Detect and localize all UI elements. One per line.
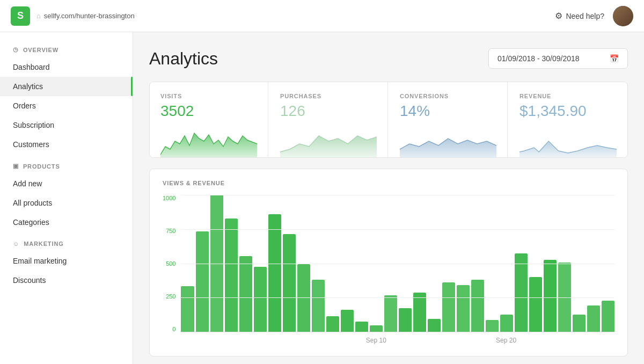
sidebar-section-overview: ◷ OVERVIEW — [0, 38, 133, 57]
main-layout: ◷ OVERVIEW Dashboard Analytics Orders Su… — [0, 32, 644, 364]
avatar[interactable] — [613, 6, 633, 26]
sidebar-item-orders[interactable]: Orders — [0, 96, 133, 115]
bar-0 — [181, 286, 194, 332]
subscription-label: Subscription — [13, 121, 54, 129]
bar-chart-container: 1000 750 500 250 0 Sep 10 Sep 20 — [163, 195, 614, 345]
y-label-250: 250 — [166, 293, 175, 300]
date-range-picker[interactable]: 01/09/2018 - 30/09/2018 📅 — [488, 48, 628, 69]
bar-25 — [544, 260, 557, 332]
stat-card-purchases: PURCHASES 126 — [269, 82, 388, 157]
bar-26 — [558, 263, 571, 332]
visits-label: VISITS — [160, 93, 257, 99]
help-label: Need help? — [566, 12, 604, 20]
home-icon: ⌂ — [36, 12, 41, 20]
sidebar: ◷ OVERVIEW Dashboard Analytics Orders Su… — [0, 32, 133, 364]
bar-14 — [384, 295, 397, 332]
revenue-value: $1,345.90 — [519, 103, 617, 120]
x-label-sep10: Sep 10 — [311, 337, 441, 344]
stat-card-revenue: REVENUE $1,345.90 — [509, 82, 627, 157]
bar-29 — [602, 301, 614, 332]
visits-chart — [160, 125, 257, 157]
bar-15 — [399, 308, 412, 332]
calendar-icon: 📅 — [610, 54, 619, 63]
bar-4 — [239, 256, 252, 332]
purchases-chart — [280, 125, 377, 157]
visits-value: 3502 — [160, 103, 257, 120]
discounts-label: Discounts — [13, 276, 46, 285]
sidebar-item-all-products[interactable]: All products — [0, 193, 133, 213]
main-content: Analytics 01/09/2018 - 30/09/2018 📅 VISI… — [133, 32, 644, 364]
sidebar-section-products: ▣ PRODUCTS — [0, 154, 133, 174]
customers-label: Customers — [13, 140, 49, 149]
bar-18 — [442, 282, 455, 332]
y-label-750: 750 — [166, 228, 175, 234]
categories-label: Categories — [13, 218, 49, 227]
purchases-value: 126 — [280, 103, 377, 120]
products-icon: ▣ — [13, 163, 19, 170]
y-label-0: 0 — [172, 326, 175, 332]
bar-2 — [210, 195, 223, 332]
bar-21 — [486, 320, 499, 332]
bar-9 — [312, 280, 325, 332]
bar-10 — [326, 316, 339, 332]
x-axis-labels: Sep 10 Sep 20 — [181, 332, 614, 344]
purchases-label: PURCHASES — [280, 93, 377, 99]
add-new-label: Add new — [13, 179, 42, 188]
bar-8 — [297, 264, 310, 332]
stats-grid: VISITS 3502 — [149, 82, 628, 158]
stat-card-visits: VISITS 3502 — [150, 82, 268, 157]
conversions-value: 14% — [400, 103, 496, 120]
date-range-text: 01/09/2018 - 30/09/2018 — [497, 54, 580, 63]
sidebar-item-customers[interactable]: Customers — [0, 135, 133, 154]
bar-13 — [370, 325, 383, 332]
revenue-chart — [519, 125, 617, 157]
revenue-label: REVENUE — [519, 93, 617, 99]
bars-wrapper — [181, 195, 614, 332]
bar-23 — [515, 253, 528, 332]
bar-5 — [254, 267, 267, 332]
topnav: S ⌂ sellfy.com/hunter-brassington ⚙ Need… — [0, 0, 644, 32]
sidebar-item-email-marketing[interactable]: Email marketing — [0, 251, 133, 271]
bar-1 — [196, 231, 209, 332]
stat-card-conversions: CONVERSIONS 14% — [389, 82, 508, 157]
bar-16 — [413, 293, 426, 332]
chart-area: Sep 10 Sep 20 — [181, 195, 614, 345]
bar-6 — [268, 214, 281, 332]
bar-11 — [341, 310, 354, 332]
sidebar-item-categories[interactable]: Categories — [0, 213, 133, 232]
all-products-label: All products — [13, 199, 52, 207]
chart-title: VIEWS & REVENUE — [163, 180, 614, 186]
marketing-icon: ☺ — [13, 241, 19, 247]
email-marketing-label: Email marketing — [13, 257, 67, 265]
bar-7 — [283, 234, 296, 332]
analytics-label: Analytics — [13, 82, 43, 91]
sidebar-item-discounts[interactable]: Discounts — [0, 271, 133, 290]
url-text: sellfy.com/hunter-brassington — [44, 12, 135, 20]
url-bar: ⌂ sellfy.com/hunter-brassington — [36, 12, 135, 20]
topnav-right: ⚙ Need help? — [555, 6, 633, 26]
bar-22 — [500, 315, 513, 332]
sidebar-item-dashboard[interactable]: Dashboard — [0, 57, 133, 77]
sidebar-item-add-new[interactable]: Add new — [0, 174, 133, 193]
overview-icon: ◷ — [13, 46, 19, 53]
bar-20 — [471, 280, 484, 332]
conversions-label: CONVERSIONS — [400, 93, 496, 99]
conversions-chart — [400, 125, 496, 157]
y-axis: 1000 750 500 250 0 — [163, 195, 181, 345]
bar-27 — [573, 315, 586, 332]
y-label-1000: 1000 — [163, 195, 175, 201]
help-button[interactable]: ⚙ Need help? — [555, 11, 604, 21]
dashboard-label: Dashboard — [13, 63, 50, 71]
chart-section: VIEWS & REVENUE 1000 750 500 250 0 Sep 1… — [149, 169, 628, 356]
help-icon: ⚙ — [555, 11, 562, 21]
sidebar-section-marketing: ☺ MARKETING — [0, 232, 133, 251]
bar-19 — [457, 285, 470, 332]
avatar-image — [613, 6, 633, 26]
sidebar-item-analytics[interactable]: Analytics — [0, 77, 133, 96]
sidebar-item-subscription[interactable]: Subscription — [0, 115, 133, 135]
bar-17 — [428, 319, 441, 332]
bar-24 — [529, 277, 542, 332]
y-label-500: 500 — [166, 260, 175, 267]
logo: S — [11, 6, 30, 26]
x-label-sep20: Sep 20 — [441, 337, 571, 344]
